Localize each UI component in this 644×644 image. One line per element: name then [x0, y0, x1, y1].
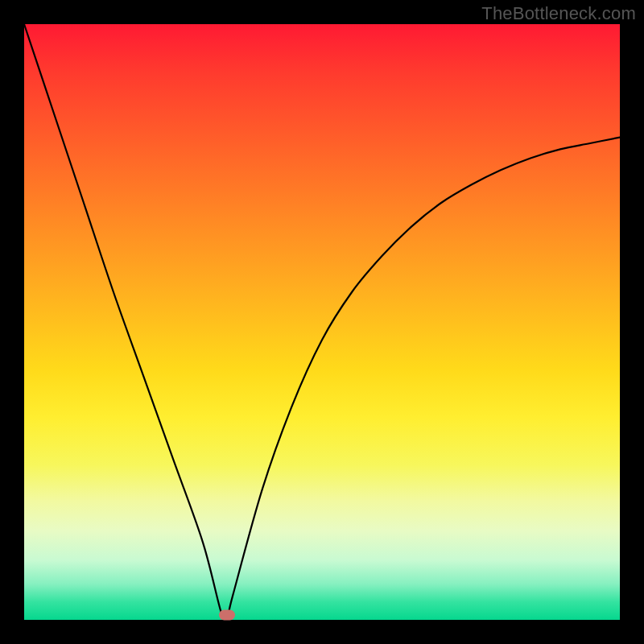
- bottleneck-curve: [24, 24, 620, 620]
- plot-area: [24, 24, 620, 620]
- watermark-text: TheBottleneck.com: [481, 3, 636, 24]
- optimal-point-marker: [219, 610, 235, 621]
- chart-frame: TheBottleneck.com: [0, 0, 644, 644]
